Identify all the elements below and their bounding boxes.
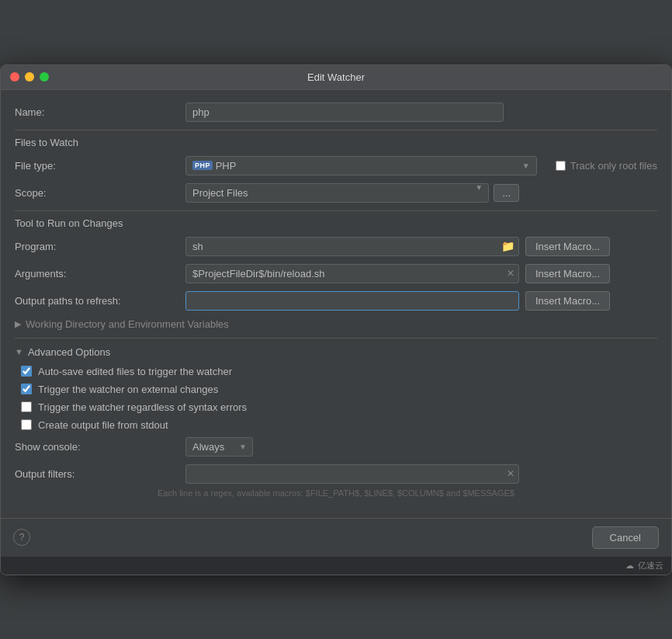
program-input-wrap: 📁 [185, 237, 519, 256]
watermark-bar: ☁ 亿速云 [1, 557, 671, 575]
advanced-arrow: ▼ [15, 347, 23, 356]
syntax-errors-label: Trigger the watcher regardless of syntax… [38, 401, 247, 413]
clear-output-filters-button[interactable]: ✕ [507, 468, 514, 479]
working-dir-row[interactable]: ▶ Working Directory and Environment Vari… [15, 318, 657, 330]
show-console-row: Show console: Always Never On error ▼ [15, 437, 657, 457]
files-to-watch-header: Files to Watch [15, 137, 657, 148]
close-button[interactable] [10, 72, 19, 82]
hint-text: Each line is a regex, available macros: … [15, 488, 657, 498]
checkbox4-row: Create output file from stdout [15, 419, 657, 431]
output-filters-input-wrap: ✕ [185, 464, 519, 484]
output-filters-row: Output filters: ✕ [15, 464, 657, 484]
output-paths-label: Output paths to refresh: [15, 295, 185, 307]
tool-to-run-header: Tool to Run on Changes [15, 217, 657, 229]
name-label: Name: [15, 106, 185, 118]
title-bar: Edit Watcher [1, 65, 671, 90]
output-filters-label: Output filters: [15, 468, 185, 480]
program-label: Program: [15, 241, 185, 252]
show-console-select[interactable]: Always Never On error [185, 437, 253, 457]
program-input[interactable] [185, 237, 519, 256]
console-select-wrap: Always Never On error ▼ [185, 437, 253, 457]
stdout-label: Create output file from stdout [38, 419, 168, 431]
checkbox3-row: Trigger the watcher regardless of syntax… [15, 401, 657, 413]
footer: ? Cancel [1, 518, 671, 557]
cancel-button[interactable]: Cancel [592, 526, 659, 549]
file-type-select[interactable]: PHP PHP ▼ [185, 156, 537, 175]
scope-select[interactable]: Project Files [185, 183, 489, 203]
file-type-value: PHP [216, 160, 237, 172]
name-row: Name: [15, 102, 657, 122]
file-type-label: File type: [15, 160, 185, 172]
insert-macro-output-button[interactable]: Insert Macro... [525, 291, 610, 311]
output-paths-row: Output paths to refresh: Insert Macro... [15, 291, 657, 311]
track-root-wrap: Track only root files [556, 160, 657, 172]
clear-args-button[interactable]: ✕ [507, 268, 514, 279]
insert-macro-args-button[interactable]: Insert Macro... [525, 264, 610, 283]
minimize-button[interactable] [25, 72, 34, 82]
php-badge: PHP [192, 161, 213, 170]
advanced-section: ▼ Advanced Options Auto-save edited file… [15, 346, 657, 498]
watermark-text: 亿速云 [638, 560, 663, 571]
autosave-label: Auto-save edited files to trigger the wa… [38, 366, 232, 377]
edit-watcher-dialog: Edit Watcher Name: Files to Watch File t… [0, 64, 672, 575]
track-root-checkbox[interactable] [556, 161, 566, 171]
args-input-wrap: ✕ [185, 264, 519, 283]
working-dir-arrow: ▶ [15, 319, 21, 329]
arguments-row: Arguments: ✕ Insert Macro... [15, 264, 657, 283]
scope-label: Scope: [15, 187, 185, 199]
track-root-label: Track only root files [570, 160, 657, 172]
output-paths-input[interactable] [185, 291, 519, 311]
dialog-title: Edit Watcher [307, 71, 365, 83]
file-type-arrow: ▼ [522, 161, 530, 170]
dialog-content: Name: Files to Watch File type: PHP PHP … [1, 90, 671, 518]
file-type-select-wrap: PHP PHP ▼ [185, 156, 537, 175]
window-controls [10, 72, 49, 82]
footer-buttons: Cancel [592, 526, 659, 549]
scope-ellipsis-button[interactable]: ... [494, 184, 519, 202]
program-row: Program: 📁 Insert Macro... [15, 237, 657, 256]
help-button[interactable]: ? [13, 529, 30, 546]
maximize-button[interactable] [40, 72, 49, 82]
show-console-label: Show console: [15, 441, 185, 453]
external-changes-checkbox[interactable] [21, 384, 32, 394]
arguments-input[interactable] [185, 264, 519, 283]
scope-select-wrap: Project Files ▼ [185, 183, 489, 203]
file-type-row: File type: PHP PHP ▼ Track only root fil… [15, 156, 657, 175]
syntax-errors-checkbox[interactable] [21, 401, 32, 412]
working-dir-label: Working Directory and Environment Variab… [26, 318, 229, 330]
arguments-label: Arguments: [15, 268, 185, 280]
autosave-checkbox[interactable] [21, 366, 32, 377]
checkbox1-row: Auto-save edited files to trigger the wa… [15, 366, 657, 377]
insert-macro-program-button[interactable]: Insert Macro... [525, 237, 610, 256]
advanced-label: Advanced Options [28, 346, 110, 358]
external-changes-label: Trigger the watcher on external changes [38, 384, 218, 395]
advanced-header[interactable]: ▼ Advanced Options [15, 346, 657, 358]
checkbox2-row: Trigger the watcher on external changes [15, 384, 657, 395]
output-filters-input[interactable] [185, 464, 519, 484]
watermark-icon: ☁ [625, 561, 634, 571]
folder-icon-button[interactable]: 📁 [501, 240, 514, 252]
name-input[interactable] [185, 102, 504, 122]
stdout-checkbox[interactable] [21, 419, 32, 430]
scope-row: Scope: Project Files ▼ ... [15, 183, 657, 203]
